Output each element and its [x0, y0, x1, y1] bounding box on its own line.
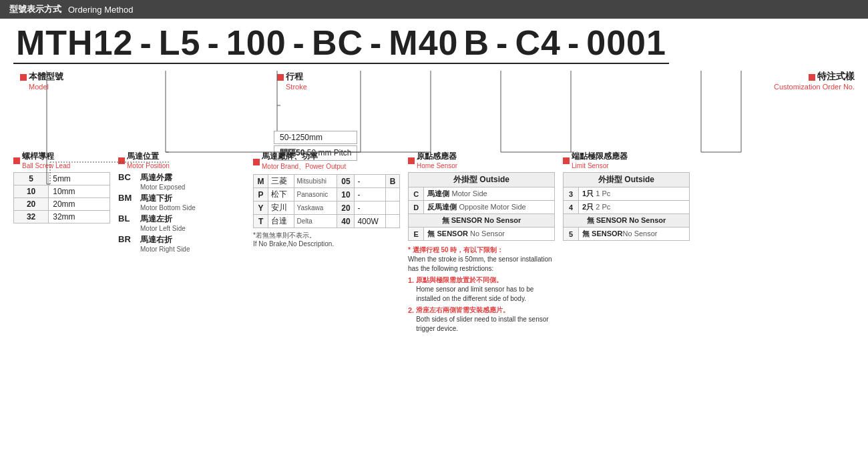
mp-title-zh: 馬達位置: [127, 151, 170, 162]
mb-brand-en: Yaskawa: [294, 201, 337, 215]
ls-outside-row: 外掛型 Outside: [564, 173, 690, 187]
mb-power-code: 20: [337, 201, 355, 215]
mb-power-code: 05: [337, 175, 355, 188]
hs-c-desc: 馬達側 Motor Side: [424, 187, 555, 201]
ls-5-code: 5: [564, 227, 579, 241]
mb-brand-zh: 三菱: [268, 175, 294, 188]
ls-title-en: Limit Sensor: [572, 162, 628, 169]
mb-brand-code: P: [254, 188, 268, 201]
mp-row: BR 馬達右折 Motor Right Side: [118, 234, 245, 253]
seg-mth12: MTH12: [13, 25, 136, 60]
bsl-row: 55mm: [14, 173, 110, 185]
ls-4-row: 4 2只 2 Pc: [564, 201, 690, 214]
bsl-title-en: Ball Screw Lead: [22, 162, 70, 169]
bsl-code: 5: [14, 173, 49, 185]
seg-100: 100: [224, 25, 289, 60]
mb-row: Y 安川 Yaskawa 20 -: [254, 201, 400, 215]
mb-brand-code: M: [254, 175, 268, 188]
mb-brake: B: [386, 175, 400, 188]
ls-4-desc: 2只 2 Pc: [579, 201, 690, 214]
ball-screw-section: 螺桿導程 Ball Screw Lead 55mm1010mm2020mm323…: [13, 151, 110, 223]
mb-title-en: Motor Brand、Power Output: [262, 162, 346, 171]
mp-red-square: [118, 157, 125, 164]
hs-warning-title-zh: * 選擇行程 50 時，有以下限制：: [408, 246, 503, 254]
bsl-code: 32: [14, 211, 49, 223]
ls-5-desc: 無 SENSORNo Sensor: [579, 227, 690, 241]
hs-d-desc: 反馬達側 Opposite Motor Side: [424, 201, 555, 214]
ls-red-square: [563, 157, 570, 164]
bsl-title-zh: 螺桿導程: [22, 151, 70, 162]
bsl-header: 螺桿導程 Ball Screw Lead: [13, 151, 110, 169]
part-number-row: MTH12 - L5 - 100 - BC - M40 B - C4 - 000…: [13, 25, 669, 64]
mp-desc: 馬達左折 Motor Left Side: [140, 213, 186, 232]
ls-nosensor-header-row: 無 SENSOR No Sensor: [564, 214, 690, 227]
header-zh: 型號表示方式: [9, 3, 61, 15]
mp-desc: 馬達外露 Motor Exposed: [140, 172, 185, 191]
mp-desc: 馬達右折 Motor Right Side: [140, 234, 190, 253]
seg-0001: 0001: [584, 25, 669, 60]
mb-header: 馬達廠牌、功率 Motor Brand、Power Output: [253, 151, 400, 171]
mp-en: Motor Left Side: [140, 225, 186, 232]
mp-code: BL: [118, 213, 137, 223]
ls-5-row: 5 無 SENSORNo Sensor: [564, 227, 690, 241]
mb-row: T 台達 Delta 40 400W: [254, 215, 400, 228]
hs-title-en: Home Sensor: [417, 162, 457, 169]
hs-d-row: D 反馬達側 Opposite Motor Side: [409, 201, 555, 214]
mp-row: BM 馬達下折 Motor Bottom Side: [118, 193, 245, 211]
mb-dash: -: [355, 175, 386, 188]
hs-outside-label: 外掛型 Outside: [409, 173, 555, 187]
seg-bc: BC: [309, 25, 366, 60]
ls-3-row: 3 1只 1 Pc: [564, 187, 690, 201]
mp-row: BC 馬達外露 Motor Exposed: [118, 172, 245, 191]
seg-l5: L5: [156, 25, 204, 60]
mb-brand-zh: 安川: [268, 201, 294, 215]
hs-table: 外掛型 Outside C 馬達側 Motor Side D 反馬達側 Oppo…: [408, 172, 555, 241]
hs-item1-zh: 原點與極限需放置於不同側。: [416, 276, 503, 284]
mp-en: Motor Right Side: [140, 246, 190, 253]
motor-brand-section: 馬達廠牌、功率 Motor Brand、Power Output M 三菱 Mi…: [253, 151, 400, 248]
mb-row: M 三菱 Mitsubishi 05 - B: [254, 175, 400, 188]
mp-code: BR: [118, 234, 137, 244]
mp-code: BC: [118, 172, 137, 182]
hs-warning-title-en: When the stroke is 50mm, the sensor inst…: [408, 256, 552, 272]
mp-rows: BC 馬達外露 Motor Exposed BM 馬達下折 Motor Bott…: [118, 172, 245, 255]
hs-item2: 2. 滑座左右兩側皆需安裝感應片。 Both sides of slider n…: [408, 306, 555, 334]
hs-title-zh: 原點感應器: [417, 151, 457, 162]
mb-brand-code: Y: [254, 201, 268, 215]
mp-title-en: Motor Position: [127, 162, 170, 169]
hs-item2-zh: 滑座左右兩側皆需安裝感應片。: [416, 306, 509, 314]
mb-brand-en: Delta: [294, 215, 337, 228]
home-sensor-section: 原點感應器 Home Sensor 外掛型 Outside C 馬達側 Moto…: [408, 151, 555, 334]
ls-outside-label: 外掛型 Outside: [564, 173, 690, 187]
ls-header: 端點極限感應器 Limit Sensor: [563, 151, 690, 169]
mp-desc: 馬達下折 Motor Bottom Side: [140, 193, 196, 211]
mb-row: P 松下 Panasonic 10 -: [254, 188, 400, 201]
hs-item2-en: Both sides of slider need to install the…: [416, 316, 548, 332]
mb-brand-code: T: [254, 215, 268, 228]
ls-3-desc: 1只 1 Pc: [579, 187, 690, 201]
hs-e-row: E 無 SENSOR No Sensor: [409, 227, 555, 241]
header-en: Ordering Method: [68, 5, 134, 15]
seg-m40: M40: [386, 25, 461, 60]
mp-zh: 馬達左折: [140, 213, 186, 225]
mb-table: M 三菱 Mitsubishi 05 - B P 松下 Panasonic 10…: [253, 174, 400, 228]
hs-item1-en: Home sensor and limit sensor has to be i…: [416, 286, 533, 302]
mb-brand-en: Panasonic: [294, 188, 337, 201]
mp-en: Motor Bottom Side: [140, 204, 196, 211]
bsl-value: 32mm: [49, 211, 110, 223]
mb-note-zh: *若無煞車則不表示。: [253, 232, 316, 239]
mb-watt: 400W: [355, 215, 386, 228]
hs-red-square: [408, 157, 415, 164]
mb-brake-empty: [386, 188, 400, 201]
mb-brand-zh: 松下: [268, 188, 294, 201]
mb-dash: -: [355, 201, 386, 215]
bsl-row: 2020mm: [14, 198, 110, 211]
mb-note: *若無煞車則不表示。 If No Brake,No Description.: [253, 231, 400, 248]
bsl-value: 10mm: [49, 185, 110, 198]
ls-table: 外掛型 Outside 3 1只 1 Pc 4 2只 2 Pc: [563, 172, 690, 241]
mb-brake-empty: [386, 201, 400, 215]
mp-header: 馬達位置 Motor Position: [118, 151, 245, 169]
bsl-row: 3232mm: [14, 211, 110, 223]
ls-title-zh: 端點極限感應器: [572, 151, 628, 162]
hs-e-code: E: [409, 227, 424, 241]
